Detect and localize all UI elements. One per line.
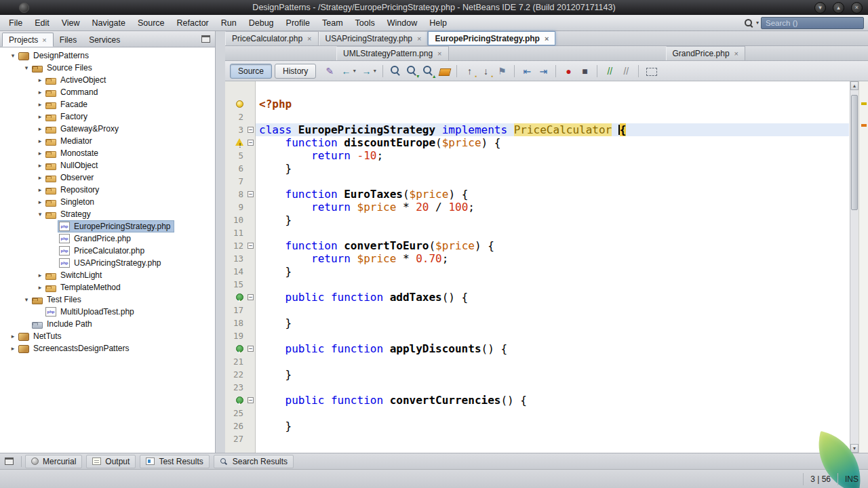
- expand-arrow-icon[interactable]: ▸: [35, 284, 45, 291]
- code-line-7[interactable]: 7: [225, 175, 849, 188]
- shift-line-right-icon[interactable]: ⇥: [536, 64, 551, 79]
- tree-item-singleton[interactable]: ▸Singleton: [0, 196, 215, 208]
- source-view-button[interactable]: Source: [230, 64, 272, 79]
- code-text[interactable]: [256, 304, 849, 317]
- code-line-25[interactable]: 25: [225, 407, 849, 420]
- code-text[interactable]: return $price * 20 / 100;: [256, 201, 849, 214]
- fold-toggle-icon[interactable]: −: [248, 243, 254, 249]
- code-text[interactable]: public function addTaxes() {: [256, 291, 849, 304]
- panel-tab-files[interactable]: Files: [54, 33, 83, 47]
- menu-navigate[interactable]: Navigate: [86, 16, 132, 30]
- tree-item-pricecalculator-php[interactable]: phpPriceCalculator.php: [0, 245, 215, 257]
- tree-item-repository[interactable]: ▸Repository: [0, 184, 215, 196]
- code-text[interactable]: return -10;: [256, 149, 849, 162]
- tree-item-observer[interactable]: ▸Observer: [0, 171, 215, 184]
- fold-toggle-icon[interactable]: −: [248, 397, 254, 403]
- code-line-17[interactable]: 17: [225, 304, 849, 317]
- minimized-window-mercurial[interactable]: Mercurial: [25, 455, 82, 468]
- tree-item-test-files[interactable]: ▾Test Files: [0, 293, 215, 306]
- expand-arrow-icon[interactable]: ▸: [35, 174, 45, 181]
- code-text[interactable]: function convertToEuro($price) {: [256, 239, 849, 252]
- fold-toggle-icon[interactable]: −: [248, 140, 254, 146]
- minimized-window-test-results[interactable]: Test Results: [140, 455, 209, 468]
- code-line-9[interactable]: 9 return $price * 20 / 100;: [225, 201, 849, 214]
- editor-vertical-scrollbar[interactable]: ▲ ▼: [850, 81, 859, 453]
- menu-file[interactable]: File: [3, 16, 28, 30]
- find-previous-occurrence-icon[interactable]: ▴: [420, 64, 435, 79]
- code-line-16[interactable]: − public function addTaxes() {: [225, 291, 849, 304]
- code-text[interactable]: public function applyDiscounts() {: [256, 342, 849, 355]
- expand-arrow-icon[interactable]: ▸: [35, 162, 45, 169]
- collapse-arrow-icon[interactable]: ▾: [8, 52, 18, 59]
- expand-arrow-icon[interactable]: ▸: [35, 89, 45, 96]
- tree-item-nettuts[interactable]: ▸NetTuts: [0, 330, 215, 342]
- code-text[interactable]: function discountEurope($price) {: [256, 136, 849, 149]
- history-view-button[interactable]: History: [275, 64, 316, 79]
- hint-bulb-icon[interactable]: [236, 100, 243, 108]
- code-text[interactable]: class EuropePricingStrategy implements P…: [256, 123, 849, 136]
- menu-run[interactable]: Run: [215, 16, 243, 30]
- menu-source[interactable]: Source: [132, 16, 171, 30]
- error-stripe-hint-mark[interactable]: [861, 102, 867, 105]
- implements-badge-icon[interactable]: [236, 293, 243, 301]
- editor-tab-pricecalculator-php[interactable]: PriceCalculator.php×: [225, 31, 319, 45]
- tree-item-facade[interactable]: ▸Facade: [0, 98, 215, 110]
- menu-debug[interactable]: Debug: [243, 16, 280, 30]
- code-text[interactable]: [256, 381, 849, 394]
- tree-item-nullobject[interactable]: ▸NullObject: [0, 159, 215, 171]
- close-icon[interactable]: ×: [417, 35, 421, 42]
- tree-item-designpatterns[interactable]: ▾DesignPatterns: [0, 49, 215, 62]
- menu-edit[interactable]: Edit: [28, 16, 56, 30]
- code-line-19[interactable]: 19: [225, 329, 849, 342]
- code-area[interactable]: <?php23−class EuropePricingStrategy impl…: [225, 98, 849, 445]
- menu-window[interactable]: Window: [381, 16, 423, 30]
- expand-arrow-icon[interactable]: ▸: [35, 186, 45, 193]
- code-line-27[interactable]: 27: [225, 432, 849, 445]
- forward-history-icon[interactable]: ▾: [372, 64, 378, 79]
- search-icon[interactable]: [743, 18, 754, 28]
- expand-arrow-icon[interactable]: ▸: [35, 150, 45, 157]
- tree-item-mediator[interactable]: ▸Mediator: [0, 135, 215, 147]
- comment-lines-icon[interactable]: //: [602, 64, 617, 79]
- expand-arrow-icon[interactable]: ▸: [35, 101, 45, 108]
- scrollbar-thumb[interactable]: [851, 95, 858, 210]
- tree-item-include-path[interactable]: Include Path: [0, 318, 215, 330]
- code-text[interactable]: }: [256, 420, 849, 432]
- code-text[interactable]: [256, 175, 849, 188]
- code-line-2[interactable]: 2: [225, 110, 849, 123]
- code-line-8[interactable]: 8− function EuroTaxes($price) {: [225, 188, 849, 201]
- rectangular-selection-icon[interactable]: [644, 64, 658, 79]
- tree-item-grandprice-php[interactable]: phpGrandPrice.php: [0, 232, 215, 245]
- code-text[interactable]: [256, 110, 849, 123]
- menu-help[interactable]: Help: [423, 16, 453, 30]
- expand-arrow-icon[interactable]: ▸: [35, 199, 45, 205]
- expand-arrow-icon[interactable]: ▸: [8, 333, 18, 340]
- collapse-arrow-icon[interactable]: ▾: [22, 296, 31, 303]
- tree-item-multiuploadtest-php[interactable]: phpMultiUploadTest.php: [0, 306, 215, 318]
- code-text[interactable]: return $price * 0.70;: [256, 252, 849, 265]
- scroll-up-arrow-icon[interactable]: ▲: [850, 81, 859, 90]
- code-text[interactable]: public function convertCurrencies() {: [256, 394, 849, 407]
- code-line-14[interactable]: 14 }: [225, 265, 849, 278]
- panel-tab-services[interactable]: Services: [83, 33, 126, 47]
- code-text[interactable]: [256, 278, 849, 291]
- panel-minimize-icon[interactable]: [201, 35, 210, 43]
- code-text[interactable]: function EuroTaxes($price) {: [256, 188, 849, 201]
- error-stripe[interactable]: [859, 81, 868, 453]
- close-icon[interactable]: ×: [307, 35, 311, 42]
- code-line-20[interactable]: − public function applyDiscounts() {: [225, 342, 849, 355]
- tree-item-templatemethod[interactable]: ▸TemplateMethod: [0, 281, 215, 293]
- menu-profile[interactable]: Profile: [280, 16, 316, 30]
- code-text[interactable]: }: [256, 265, 849, 278]
- collapse-arrow-icon[interactable]: ▾: [35, 211, 45, 218]
- editor-tab-europepricingstrategy-php[interactable]: EuropePricingStrategy.php×: [428, 31, 555, 45]
- expand-arrow-icon[interactable]: ▸: [35, 77, 45, 83]
- close-icon[interactable]: ×: [545, 35, 549, 42]
- close-button[interactable]: ×: [851, 2, 863, 14]
- scroll-down-arrow-icon[interactable]: ▼: [850, 444, 859, 453]
- insert-mode-indicator[interactable]: INS: [837, 473, 865, 485]
- fold-toggle-icon[interactable]: −: [248, 346, 254, 352]
- code-line-26[interactable]: 26 }: [225, 420, 849, 432]
- code-line-3[interactable]: 3−class EuropePricingStrategy implements…: [225, 123, 849, 136]
- code-text[interactable]: }: [256, 317, 849, 329]
